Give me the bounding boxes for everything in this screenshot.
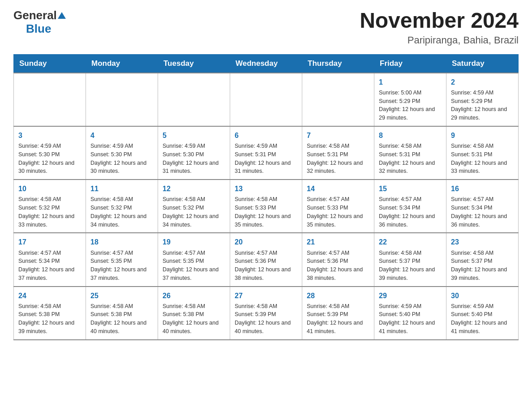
day-number: 29 (379, 291, 442, 301)
calendar-cell: 25Sunrise: 4:58 AMSunset: 5:38 PMDayligh… (86, 287, 158, 340)
calendar-cell: 20Sunrise: 4:57 AMSunset: 5:36 PMDayligh… (230, 233, 302, 286)
calendar-cell (302, 73, 374, 126)
calendar-cell: 23Sunrise: 4:58 AMSunset: 5:37 PMDayligh… (446, 233, 519, 286)
calendar-cell: 7Sunrise: 4:58 AMSunset: 5:31 PMDaylight… (302, 126, 374, 180)
day-info: Sunrise: 4:58 AMSunset: 5:39 PMDaylight:… (235, 302, 297, 336)
day-number: 20 (235, 237, 297, 247)
day-number: 9 (451, 130, 514, 141)
week-row-1: 1Sunrise: 5:00 AMSunset: 5:29 PMDaylight… (14, 73, 519, 126)
day-number: 6 (235, 130, 297, 141)
svg-marker-0 (58, 12, 66, 19)
calendar-cell (158, 73, 230, 126)
day-number: 24 (18, 291, 81, 301)
day-info: Sunrise: 4:58 AMSunset: 5:32 PMDaylight:… (90, 195, 153, 229)
day-number: 28 (307, 291, 369, 301)
calendar-cell: 24Sunrise: 4:58 AMSunset: 5:38 PMDayligh… (14, 287, 86, 340)
day-info: Sunrise: 4:57 AMSunset: 5:35 PMDaylight:… (163, 249, 225, 283)
logo-blue-text: Blue (26, 22, 51, 35)
calendar-cell: 1Sunrise: 5:00 AMSunset: 5:29 PMDaylight… (374, 73, 446, 126)
day-info: Sunrise: 4:57 AMSunset: 5:36 PMDaylight:… (307, 249, 369, 283)
logo-triangle-icon (58, 9, 66, 21)
calendar-cell: 9Sunrise: 4:58 AMSunset: 5:31 PMDaylight… (446, 126, 519, 180)
day-info: Sunrise: 4:59 AMSunset: 5:30 PMDaylight:… (163, 142, 225, 176)
day-info: Sunrise: 4:58 AMSunset: 5:38 PMDaylight:… (90, 302, 153, 336)
day-info: Sunrise: 4:58 AMSunset: 5:31 PMDaylight:… (307, 142, 369, 176)
weekday-header-monday: Monday (86, 54, 158, 73)
week-row-5: 24Sunrise: 4:58 AMSunset: 5:38 PMDayligh… (14, 287, 519, 340)
day-info: Sunrise: 5:00 AMSunset: 5:29 PMDaylight:… (379, 89, 442, 122)
day-number: 23 (451, 237, 514, 247)
day-info: Sunrise: 4:59 AMSunset: 5:31 PMDaylight:… (235, 142, 297, 176)
calendar-table: SundayMondayTuesdayWednesdayThursdayFrid… (13, 54, 519, 340)
day-info: Sunrise: 4:58 AMSunset: 5:33 PMDaylight:… (235, 195, 297, 229)
calendar-cell: 19Sunrise: 4:57 AMSunset: 5:35 PMDayligh… (158, 233, 230, 286)
day-number: 17 (18, 237, 81, 247)
calendar-cell (230, 73, 302, 126)
weekday-header-friday: Friday (374, 54, 446, 73)
day-info: Sunrise: 4:57 AMSunset: 5:35 PMDaylight:… (90, 249, 153, 283)
calendar-cell: 4Sunrise: 4:59 AMSunset: 5:30 PMDaylight… (86, 126, 158, 180)
day-number: 8 (379, 130, 442, 141)
logo-bottom: Blue (13, 22, 51, 35)
calendar-cell: 26Sunrise: 4:58 AMSunset: 5:38 PMDayligh… (158, 287, 230, 340)
week-row-3: 10Sunrise: 4:58 AMSunset: 5:32 PMDayligh… (14, 180, 519, 233)
calendar-cell: 11Sunrise: 4:58 AMSunset: 5:32 PMDayligh… (86, 180, 158, 233)
day-info: Sunrise: 4:57 AMSunset: 5:36 PMDaylight:… (235, 249, 297, 283)
day-number: 27 (235, 291, 297, 301)
day-number: 19 (163, 237, 225, 247)
logo-top: General (13, 9, 66, 22)
calendar-cell: 3Sunrise: 4:59 AMSunset: 5:30 PMDaylight… (14, 126, 86, 180)
page-header: General Blue November 2024 Paripiranga, … (13, 9, 519, 46)
weekday-header-row: SundayMondayTuesdayWednesdayThursdayFrid… (14, 54, 519, 73)
calendar-cell: 8Sunrise: 4:58 AMSunset: 5:31 PMDaylight… (374, 126, 446, 180)
weekday-header-thursday: Thursday (302, 54, 374, 73)
month-title: November 2024 (360, 9, 519, 33)
day-info: Sunrise: 4:59 AMSunset: 5:40 PMDaylight:… (451, 302, 514, 336)
calendar-cell: 17Sunrise: 4:57 AMSunset: 5:34 PMDayligh… (14, 233, 86, 286)
day-number: 7 (307, 130, 369, 141)
day-number: 22 (379, 237, 442, 247)
calendar-cell: 21Sunrise: 4:57 AMSunset: 5:36 PMDayligh… (302, 233, 374, 286)
day-number: 15 (379, 184, 442, 194)
week-row-2: 3Sunrise: 4:59 AMSunset: 5:30 PMDaylight… (14, 126, 519, 180)
day-info: Sunrise: 4:59 AMSunset: 5:29 PMDaylight:… (451, 89, 514, 122)
weekday-header-sunday: Sunday (14, 54, 86, 73)
day-number: 2 (451, 77, 514, 87)
logo: General Blue (13, 9, 66, 35)
calendar-cell: 10Sunrise: 4:58 AMSunset: 5:32 PMDayligh… (14, 180, 86, 233)
calendar-cell: 27Sunrise: 4:58 AMSunset: 5:39 PMDayligh… (230, 287, 302, 340)
day-info: Sunrise: 4:57 AMSunset: 5:34 PMDaylight:… (451, 195, 514, 229)
day-number: 12 (163, 184, 225, 194)
day-info: Sunrise: 4:59 AMSunset: 5:30 PMDaylight:… (18, 142, 81, 176)
calendar-cell: 30Sunrise: 4:59 AMSunset: 5:40 PMDayligh… (446, 287, 519, 340)
day-info: Sunrise: 4:58 AMSunset: 5:38 PMDaylight:… (163, 302, 225, 336)
day-number: 13 (235, 184, 297, 194)
day-number: 10 (18, 184, 81, 194)
calendar-cell: 29Sunrise: 4:59 AMSunset: 5:40 PMDayligh… (374, 287, 446, 340)
day-info: Sunrise: 4:57 AMSunset: 5:34 PMDaylight:… (379, 195, 442, 229)
day-info: Sunrise: 4:58 AMSunset: 5:31 PMDaylight:… (451, 142, 514, 176)
calendar-cell: 6Sunrise: 4:59 AMSunset: 5:31 PMDaylight… (230, 126, 302, 180)
weekday-header-saturday: Saturday (446, 54, 519, 73)
day-info: Sunrise: 4:58 AMSunset: 5:31 PMDaylight:… (379, 142, 442, 176)
calendar-cell: 15Sunrise: 4:57 AMSunset: 5:34 PMDayligh… (374, 180, 446, 233)
day-number: 1 (379, 77, 442, 87)
logo-general-text: General (13, 9, 66, 22)
day-number: 26 (163, 291, 225, 301)
calendar-cell: 16Sunrise: 4:57 AMSunset: 5:34 PMDayligh… (446, 180, 519, 233)
day-number: 11 (90, 184, 153, 194)
calendar-cell: 28Sunrise: 4:58 AMSunset: 5:39 PMDayligh… (302, 287, 374, 340)
calendar-cell: 2Sunrise: 4:59 AMSunset: 5:29 PMDaylight… (446, 73, 519, 126)
day-info: Sunrise: 4:58 AMSunset: 5:37 PMDaylight:… (379, 249, 442, 283)
day-number: 14 (307, 184, 369, 194)
location-subtitle: Paripiranga, Bahia, Brazil (360, 34, 519, 46)
day-info: Sunrise: 4:57 AMSunset: 5:34 PMDaylight:… (18, 249, 81, 283)
title-area: November 2024 Paripiranga, Bahia, Brazil (360, 9, 519, 46)
calendar-cell: 12Sunrise: 4:58 AMSunset: 5:32 PMDayligh… (158, 180, 230, 233)
weekday-header-tuesday: Tuesday (158, 54, 230, 73)
day-number: 18 (90, 237, 153, 247)
day-info: Sunrise: 4:59 AMSunset: 5:40 PMDaylight:… (379, 302, 442, 336)
calendar-cell: 18Sunrise: 4:57 AMSunset: 5:35 PMDayligh… (86, 233, 158, 286)
day-info: Sunrise: 4:58 AMSunset: 5:38 PMDaylight:… (18, 302, 81, 336)
day-info: Sunrise: 4:59 AMSunset: 5:30 PMDaylight:… (90, 142, 153, 176)
